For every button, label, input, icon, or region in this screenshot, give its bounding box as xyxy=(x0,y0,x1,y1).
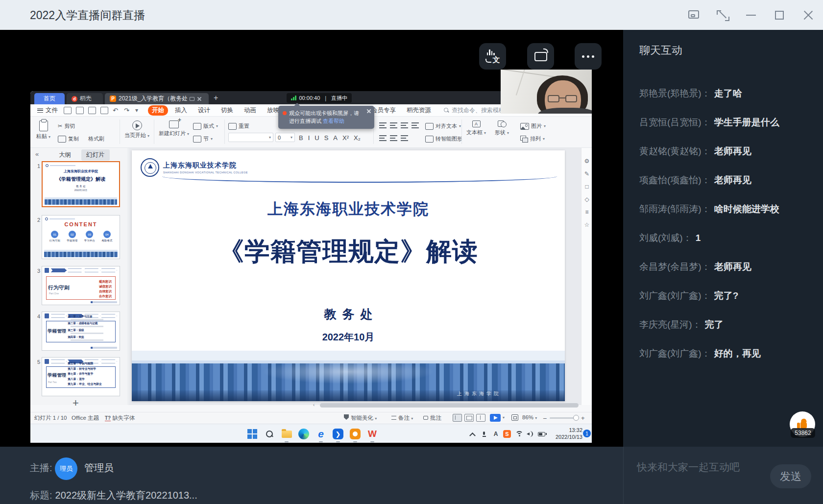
smart-beautify-button[interactable]: 智能美化 ▾ xyxy=(344,414,377,422)
wps-tab-home[interactable]: 首页 xyxy=(34,93,65,104)
zoom-slider[interactable] xyxy=(550,417,577,419)
comments-button[interactable]: 批注 xyxy=(423,414,441,422)
section-button[interactable]: 节 ▾ xyxy=(193,135,213,143)
undo-icon[interactable]: ↶ xyxy=(113,107,120,114)
align-right-icon[interactable] xyxy=(401,122,408,128)
taskbar-clock[interactable]: 13:32 2022/10/13 xyxy=(547,427,582,440)
cut-button[interactable]: ✂ 剪切 xyxy=(58,122,75,130)
send-button[interactable]: 发送 xyxy=(770,464,811,488)
theme-label[interactable]: Office 主题 xyxy=(72,414,99,422)
font-style-button[interactable]: S xyxy=(324,134,329,142)
slide-thumbnail-4[interactable]: 学籍管理 第一章：入学与注册第二章：成绩考核与记载第三章：留级第四章：奖惩 xyxy=(42,312,120,351)
menu-item[interactable]: 切换 xyxy=(217,105,237,116)
hscroll-left-arrow[interactable]: ‹ xyxy=(313,402,315,408)
horizontal-scrollbar[interactable] xyxy=(320,403,579,408)
reading-view-button[interactable] xyxy=(476,414,485,422)
align-center-icon[interactable] xyxy=(390,122,397,128)
tray-sogou-button[interactable]: S xyxy=(502,428,512,440)
outline-tab[interactable]: 大纲 xyxy=(59,151,71,159)
preview-icon[interactable] xyxy=(100,107,108,114)
more-options-button[interactable] xyxy=(575,43,602,70)
tray-mic-button[interactable] xyxy=(480,428,488,440)
minimize-button[interactable] xyxy=(744,9,759,22)
rotate-screen-button[interactable] xyxy=(527,43,554,70)
edit-icon[interactable]: ✎ xyxy=(581,168,592,180)
font-style-button[interactable]: A xyxy=(333,134,338,142)
edge-browser-button[interactable] xyxy=(297,428,310,440)
chat-input[interactable] xyxy=(637,458,759,476)
list-icon[interactable] xyxy=(401,135,408,141)
slide-thumbnail-5[interactable]: 学籍管理 Part Two 第五章：学制与期限第六章：转专业与转学第七章：休学与… xyxy=(42,357,120,396)
meeting-app-button[interactable]: ❯ xyxy=(332,428,344,440)
smart-graphic-button[interactable]: 转智能图形 xyxy=(425,135,462,143)
notification-badge[interactable]: 1 xyxy=(583,430,591,437)
play-from-current-button[interactable]: 当页开始 ▾ xyxy=(124,120,149,139)
layout-button[interactable]: 版式 ▾ xyxy=(193,122,218,130)
close-doc-icon[interactable] xyxy=(197,96,202,101)
slideshow-play-button[interactable] xyxy=(490,414,501,422)
collapse-panel-button[interactable]: « xyxy=(35,150,39,158)
fit-slide-icon[interactable] xyxy=(511,414,518,421)
font-style-button[interactable]: B xyxy=(299,134,303,142)
reset-button[interactable]: 重置 xyxy=(228,122,249,130)
help-link[interactable]: 查看帮助 xyxy=(323,118,344,124)
indent-icon[interactable] xyxy=(390,135,397,141)
align-left-icon[interactable] xyxy=(379,122,387,128)
fullscreen-icon[interactable] xyxy=(715,9,730,22)
file-explorer-button[interactable] xyxy=(280,428,293,440)
layout-pane-icon[interactable]: □ xyxy=(581,180,592,193)
slide-thumbnail-1[interactable]: 上海东海职业技术学院 《学籍管理规定》解读 教 务 处 2022年10月 xyxy=(42,161,120,207)
windows-start-button[interactable] xyxy=(246,428,259,440)
slide-thumbnail-2[interactable]: CONTENT 01 行为守则 02 学籍管理 xyxy=(42,215,120,259)
font-style-button[interactable]: U xyxy=(315,134,319,142)
textbox-button[interactable]: A 文本框 ▾ xyxy=(466,120,486,136)
menu-item[interactable]: 稻壳资源 xyxy=(403,105,435,116)
picture-button[interactable]: 图片 ▾ xyxy=(520,122,546,130)
voice-subtitle-button[interactable]: 文 xyxy=(479,43,506,70)
taskbar-search-button[interactable] xyxy=(263,428,276,440)
tooltip-close-icon[interactable] xyxy=(366,109,371,113)
arrange-button[interactable]: 排列 ▾ xyxy=(520,135,545,143)
tray-volume-button[interactable] xyxy=(526,428,534,440)
copy-button[interactable]: 复制 xyxy=(58,135,79,143)
font-name-combo[interactable]: ▾ xyxy=(228,133,273,142)
mini-window-icon[interactable] xyxy=(687,9,702,22)
shape-button[interactable]: 形状 ▾ xyxy=(495,120,509,136)
slides-tab[interactable]: 幻灯片 xyxy=(81,149,110,161)
command-search[interactable]: 查找命令、搜索模板 xyxy=(444,106,505,115)
menu-item[interactable]: 插入 xyxy=(171,105,191,116)
redo-icon[interactable]: ↷ xyxy=(124,107,131,114)
list-pane-icon[interactable]: ≡ xyxy=(581,206,592,218)
color-pane-icon[interactable]: ◇ xyxy=(581,193,592,206)
font-style-button[interactable]: X² xyxy=(342,134,349,142)
font-style-button[interactable]: I xyxy=(308,134,310,142)
notes-button[interactable]: 备注 ▾ xyxy=(391,414,413,422)
add-slide-button[interactable]: + xyxy=(73,397,79,409)
tray-expand-button[interactable] xyxy=(468,428,477,440)
present-icon[interactable] xyxy=(190,97,194,101)
print-icon[interactable] xyxy=(88,107,96,114)
slide-thumbnail-3[interactable]: 行为守则 Part One 规则意识诚信意识自律意识合作意识 xyxy=(42,266,120,305)
menu-item[interactable]: 设计 xyxy=(194,105,214,116)
paste-button[interactable]: 粘贴 ▾ xyxy=(36,120,50,140)
wps-tab-docer[interactable]: d 稻壳 xyxy=(67,93,103,104)
toolbar-caret-icon[interactable]: ▾ xyxy=(135,107,140,114)
wps-tab-document[interactable]: P 2021级_入学教育（教务处） xyxy=(105,93,209,104)
justify-icon[interactable] xyxy=(412,122,419,128)
favorite-pane-icon[interactable]: ☆ xyxy=(581,218,592,231)
line-spacing-icon[interactable] xyxy=(379,135,387,141)
new-tab-button[interactable]: + xyxy=(214,94,218,102)
ie-browser-button[interactable]: e xyxy=(315,428,327,440)
menu-item[interactable]: 动画 xyxy=(240,105,260,116)
close-button[interactable] xyxy=(801,9,816,22)
output-icon[interactable] xyxy=(76,107,84,114)
zoom-level[interactable]: 86% ▾ xyxy=(522,414,537,420)
zoom-slider-knob[interactable] xyxy=(573,415,579,421)
align-text-button[interactable]: 对齐文本 ▾ xyxy=(425,122,461,130)
save-icon[interactable] xyxy=(64,107,72,114)
tray-wifi-button[interactable] xyxy=(515,428,524,440)
tray-battery-button[interactable] xyxy=(536,428,546,440)
zoom-out-button[interactable]: − xyxy=(543,414,547,422)
live-app-button[interactable] xyxy=(349,428,362,440)
normal-view-button[interactable] xyxy=(453,414,462,422)
